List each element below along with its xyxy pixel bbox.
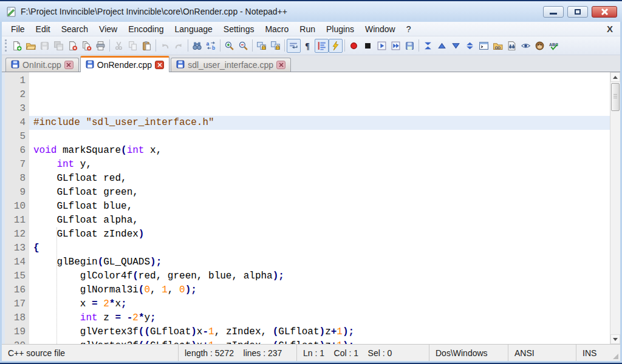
toolbar-fold-all-button[interactable] (421, 39, 435, 53)
scrollbar-track[interactable] (610, 112, 620, 334)
toolbar-save-all-button[interactable] (52, 39, 66, 53)
toolbar-unfold-all-button[interactable] (463, 39, 477, 53)
scroll-up-button[interactable] (610, 72, 620, 82)
code-line[interactable]: int z = -2*y; (29, 311, 610, 325)
menu-item-run[interactable]: Run (294, 23, 321, 35)
code-line[interactable]: GLfloat green, (29, 186, 610, 200)
resize-grip[interactable] (612, 345, 620, 361)
code-line[interactable] (29, 130, 610, 144)
line-number: 16 (5, 283, 26, 297)
toolbar-redo-button[interactable] (172, 39, 186, 53)
toolbar-macro-stop-button[interactable] (361, 39, 375, 53)
toolbar-uncollapse-level-button[interactable] (449, 39, 463, 53)
show-indent-guide-icon (316, 41, 327, 51)
code-line[interactable]: x = 2*x; (29, 297, 610, 311)
toolbar-zoom-out-button[interactable] (236, 39, 250, 53)
save-state-icon (176, 60, 185, 70)
tab-onrender-cpp[interactable]: OnRender.cpp (80, 56, 169, 72)
menu-item-help[interactable]: ? (401, 23, 417, 35)
tab-close-icon[interactable] (155, 61, 164, 69)
toolbar-collapse-level-button[interactable] (435, 39, 449, 53)
menu-item-view[interactable]: View (94, 23, 123, 35)
menu-item-file[interactable]: File (5, 23, 30, 35)
linked-folder-icon (493, 41, 503, 51)
fold-all-icon (423, 41, 433, 51)
toolbar-find-button[interactable] (190, 39, 204, 53)
code-line[interactable]: glNormal3i(0, 1, 0); (29, 283, 610, 297)
toolbar-open-file-button[interactable] (24, 39, 38, 53)
minimize-button[interactable] (543, 6, 564, 18)
tab-close-icon[interactable] (64, 61, 73, 69)
code-area[interactable]: #include "sdl_user_interface.h"void mark… (29, 72, 610, 344)
menu-item-plugins[interactable]: Plugins (321, 23, 360, 35)
code-line[interactable]: glBegin(GL_QUADS); (29, 255, 610, 269)
code-line[interactable]: void markSquare(int x, (29, 144, 610, 158)
toolbar-separator (188, 39, 188, 52)
line-number: 1 (5, 74, 26, 88)
toolbar-undo-button[interactable] (158, 39, 172, 53)
save-icon (39, 41, 50, 51)
menu-item-window[interactable]: Window (360, 23, 401, 35)
toolbar-copy-button[interactable] (126, 39, 140, 53)
line-number: 8 (5, 172, 26, 186)
toolbar-console-window-button[interactable] (477, 39, 491, 53)
toolbar-macro-record-button[interactable] (347, 39, 361, 53)
code-line[interactable]: glColor4f(red, green, blue, alpha); (29, 269, 610, 283)
code-line[interactable]: int y, (29, 158, 610, 172)
toolbar-cut-button[interactable] (112, 39, 126, 53)
toolbar-sync-vertical-scroll-button[interactable] (255, 39, 268, 53)
code-line[interactable]: glVertex3f((GLfloat)x-1, zIndex, (GLfloa… (29, 325, 610, 339)
code-line[interactable]: glVertex3f((GLfloat)x+1, zIndex, (GLfloa… (29, 339, 610, 344)
tab-close-icon[interactable] (276, 61, 285, 69)
toolbar-lightning-button[interactable] (329, 39, 343, 53)
code-line[interactable]: GLfloat alpha, (29, 214, 610, 228)
toolbar-save-button[interactable] (38, 39, 52, 53)
toolbar-zoom-in-button[interactable] (222, 39, 236, 53)
scrollbar-thumb[interactable] (611, 83, 620, 111)
toolbar-close-all-files-button[interactable] (80, 39, 94, 53)
toolbar-replace-button[interactable]: ab (204, 39, 218, 53)
scroll-down-button[interactable] (610, 334, 620, 344)
toolbar-show-indent-guide-button[interactable] (315, 39, 329, 53)
close-icon (601, 8, 609, 16)
toolbar-eye-preview-button[interactable] (519, 39, 533, 53)
title-bar[interactable]: F:\Project Invincible\Project Invincible… (0, 1, 622, 22)
close-button[interactable] (592, 6, 617, 18)
restore-button[interactable] (567, 6, 588, 18)
menu-item-language[interactable]: Language (169, 23, 218, 35)
toolbar-paste-button[interactable] (140, 39, 154, 53)
toolbar-spell-check-button[interactable]: ABC (547, 39, 561, 53)
toolbar-print-button[interactable] (94, 39, 108, 53)
doc-close-button[interactable]: X (607, 24, 613, 34)
code-line[interactable]: #include "sdl_user_interface.h" (29, 116, 610, 130)
menu-item-edit[interactable]: Edit (30, 23, 56, 35)
toolbar-show-all-characters-button[interactable]: ¶ (301, 39, 315, 53)
menu-item-search[interactable]: Search (56, 23, 94, 35)
toolbar-monkey-plugin-button[interactable] (533, 39, 547, 53)
menu-item-macro[interactable]: Macro (259, 23, 294, 35)
toolbar-new-file-button[interactable] (10, 39, 24, 53)
line-number: 10 (5, 200, 26, 214)
toolbar-macro-save-button[interactable] (403, 39, 417, 53)
toolbar-macro-playback-button[interactable] (375, 39, 389, 53)
tab-oninit-cpp[interactable]: OnInit.cpp (5, 58, 79, 72)
toolbar-linked-folder-button[interactable] (491, 39, 505, 53)
menu-item-encoding[interactable]: Encoding (123, 23, 169, 35)
sync-horizontal-scroll-icon (270, 41, 281, 51)
save-all-icon (53, 41, 64, 51)
code-line[interactable]: { (29, 241, 610, 255)
code-line[interactable]: GLfloat red, (29, 172, 610, 186)
menu-item-settings[interactable]: Settings (218, 23, 260, 35)
toolbar-close-file-button[interactable] (66, 39, 80, 53)
toolbar-macro-run-multiple-button[interactable] (389, 39, 403, 53)
tab-sdl-user-interface-cpp[interactable]: sdl_user_interface.cpp (171, 58, 291, 72)
print-icon (95, 41, 106, 51)
toolbar-document-binoculars-button[interactable] (505, 39, 519, 53)
code-line[interactable]: GLfloat zIndex) (29, 228, 610, 241)
toolbar-word-wrap-button[interactable] (287, 39, 301, 53)
vertical-scrollbar[interactable] (610, 72, 620, 344)
editor[interactable]: 1234567891011121314151617181920 #include… (2, 72, 620, 344)
code-line[interactable]: GLfloat blue, (29, 200, 610, 214)
toolbar-sync-horizontal-scroll-button[interactable] (268, 39, 282, 53)
toolbar-grip[interactable] (5, 39, 7, 52)
